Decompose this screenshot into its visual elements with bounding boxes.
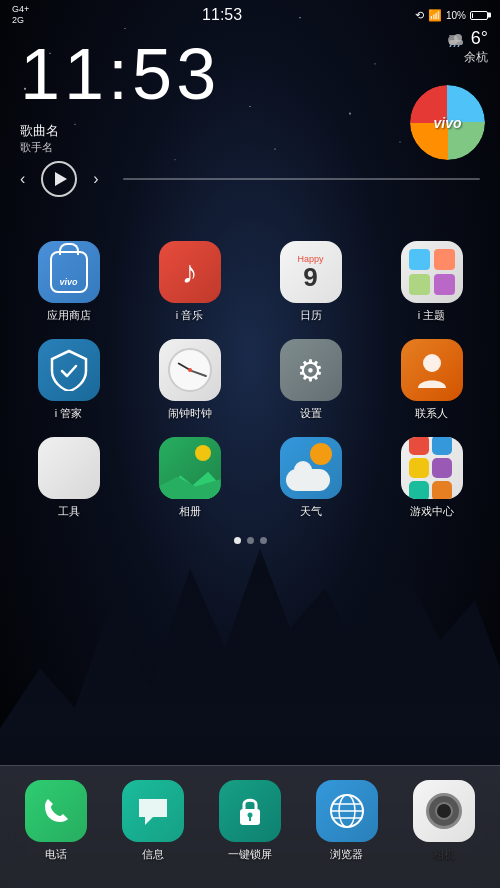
weather-widget[interactable]: 6° 余杭	[445, 28, 488, 66]
music-note-icon: ♪	[182, 254, 198, 291]
dock: 电话 信息	[0, 765, 500, 888]
calendar-label: 日历	[300, 308, 322, 323]
network-indicator: G4+ 2G	[12, 4, 29, 26]
settings-icon: ⚙	[280, 339, 342, 401]
status-icons: ⟲ 📶 10%	[415, 9, 488, 22]
contacts-icon	[401, 339, 463, 401]
sms-icon	[122, 780, 184, 842]
tools-label: 工具	[58, 504, 80, 519]
tools-icon	[38, 437, 100, 499]
app-tools[interactable]: 工具	[10, 431, 127, 525]
music-progress-bar[interactable]	[123, 178, 480, 180]
page-dots	[0, 531, 500, 548]
dock-sms[interactable]: 信息	[107, 774, 200, 868]
app-weather[interactable]: 天气	[252, 431, 369, 525]
lock-icon	[219, 780, 281, 842]
clock-face	[168, 348, 212, 392]
gamecenter-icon	[401, 437, 463, 499]
theme-label: i 主题	[418, 308, 446, 323]
page-dot-2[interactable]	[247, 537, 254, 544]
music-icon: ♪	[159, 241, 221, 303]
camera-label: 相机	[433, 847, 455, 862]
gear-icon: ⚙	[297, 353, 324, 388]
vivo-logo[interactable]: vivo	[410, 85, 485, 160]
status-bar: G4+ 2G 11:53 ⟲ 📶 10%	[0, 0, 500, 28]
appstore-label: 应用商店	[47, 308, 91, 323]
gallery-label: 相册	[179, 504, 201, 519]
clock-label: 闹钟时钟	[168, 406, 212, 421]
gamecenter-label: 游戏中心	[410, 504, 454, 519]
app-music[interactable]: ♪ i 音乐	[131, 235, 248, 329]
appstore-bag: vivo	[50, 251, 88, 293]
svg-rect-2	[449, 40, 463, 45]
camera-lens-outer	[426, 793, 462, 829]
camera-lens-inner	[435, 802, 453, 820]
music-label: i 音乐	[176, 308, 204, 323]
play-button[interactable]	[41, 161, 77, 197]
sms-label: 信息	[142, 847, 164, 862]
contacts-label: 联系人	[415, 406, 448, 421]
page-dot-3[interactable]	[260, 537, 267, 544]
theme-icon	[401, 241, 463, 303]
phone-label: 电话	[45, 847, 67, 862]
app-gamecenter[interactable]: 游戏中心	[373, 431, 490, 525]
browser-icon	[316, 780, 378, 842]
vivo-brand-text: vivo	[433, 115, 461, 131]
app-security[interactable]: i 管家	[10, 333, 127, 427]
globe-icon	[327, 791, 367, 831]
play-icon	[55, 172, 67, 186]
security-icon	[38, 339, 100, 401]
main-apps-grid: vivo 应用商店 ♪ i 音乐 Happy 9	[0, 235, 500, 525]
svg-line-4	[454, 45, 455, 47]
weather-temp: 6°	[471, 28, 488, 49]
camera-icon	[413, 780, 475, 842]
svg-point-8	[247, 813, 252, 818]
svg-line-5	[458, 45, 459, 47]
weather-city: 余杭	[464, 49, 488, 66]
svg-line-3	[450, 45, 451, 47]
clock-icon	[159, 339, 221, 401]
dock-grid: 电话 信息	[10, 774, 490, 868]
lock-label: 一键锁屏	[228, 847, 272, 862]
calendar-icon: Happy 9	[280, 241, 342, 303]
tools-grid	[59, 441, 78, 496]
security-label: i 管家	[55, 406, 83, 421]
settings-label: 设置	[300, 406, 322, 421]
dock-browser[interactable]: 浏览器	[300, 774, 393, 868]
clock-minute-hand	[189, 369, 206, 377]
app-clock[interactable]: 闹钟时钟	[131, 333, 248, 427]
browser-label: 浏览器	[330, 847, 363, 862]
chat-bubble-icon	[135, 795, 171, 827]
prev-button[interactable]: ‹	[20, 170, 25, 188]
next-button[interactable]: ›	[93, 170, 98, 188]
person-icon	[414, 350, 450, 390]
status-time: 11:53	[202, 6, 242, 24]
clock-display: 11:53	[20, 38, 480, 110]
rotate-icon: ⟲	[415, 9, 424, 22]
battery-icon	[470, 11, 488, 20]
weather-label: 天气	[300, 504, 322, 519]
app-contacts[interactable]: 联系人	[373, 333, 490, 427]
battery-percent: 10%	[446, 10, 466, 21]
wifi-icon: 📶	[428, 9, 442, 22]
svg-point-6	[423, 354, 441, 372]
gallery-icon	[159, 437, 221, 499]
page-dot-1[interactable]	[234, 537, 241, 544]
app-appstore[interactable]: vivo 应用商店	[10, 235, 127, 329]
dock-lock[interactable]: 一键锁屏	[204, 774, 297, 868]
dock-phone[interactable]: 电话	[10, 774, 103, 868]
app-theme[interactable]: i 主题	[373, 235, 490, 329]
phone-glyph	[41, 796, 71, 826]
app-gallery[interactable]: 相册	[131, 431, 248, 525]
apps-section: vivo 应用商店 ♪ i 音乐 Happy 9	[0, 225, 500, 765]
weather-cloud-icon	[445, 31, 467, 47]
shield-icon	[50, 349, 88, 391]
weather-app-icon	[280, 437, 342, 499]
dock-camera[interactable]: 相机	[397, 774, 490, 868]
app-settings[interactable]: ⚙ 设置	[252, 333, 369, 427]
app-calendar[interactable]: Happy 9 日历	[252, 235, 369, 329]
music-artist: 歌手名	[20, 140, 480, 155]
clock-center	[188, 368, 192, 372]
lock-glyph	[235, 793, 265, 829]
appstore-icon: vivo	[38, 241, 100, 303]
